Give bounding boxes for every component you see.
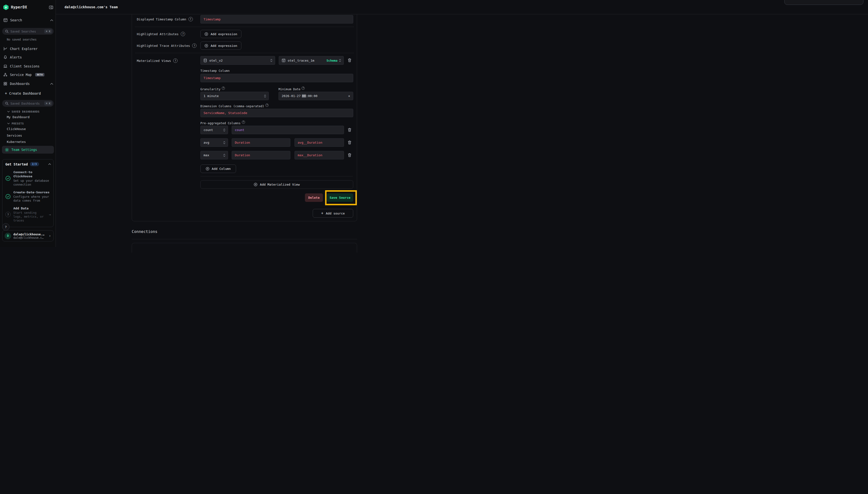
- aggregation-op-select[interactable]: count: [200, 126, 228, 134]
- avatar: D: [5, 233, 11, 239]
- aggregation-op-select[interactable]: avg: [200, 138, 228, 147]
- saved-dashboards-input[interactable]: Saved Dashboards ⌘ K: [2, 100, 54, 107]
- sidebar-item-dashboards[interactable]: Dashboards: [3, 80, 53, 87]
- input-value: Timestamp: [204, 76, 220, 80]
- input-value: ServiceName, StatusCode: [204, 111, 247, 115]
- add-materialized-view-button[interactable]: Add Materialized View: [200, 180, 353, 189]
- chevron-up-icon[interactable]: [50, 83, 53, 85]
- get-started-header[interactable]: Get Started 2/3: [5, 162, 51, 166]
- table-icon: [282, 59, 285, 62]
- create-dashboard-label: Create Dashboard: [9, 92, 41, 95]
- dimension-columns-input[interactable]: ServiceName, StatusCode: [200, 109, 353, 117]
- input-value: Duration: [235, 153, 250, 157]
- get-started-step-sources[interactable]: Create Data Sources Configure where your…: [5, 190, 51, 203]
- database-select[interactable]: otel_v2: [200, 56, 275, 65]
- divider: [135, 53, 354, 53]
- chevron-up-icon[interactable]: [50, 19, 53, 21]
- help-icon[interactable]: ?: [181, 32, 185, 36]
- displayed-timestamp-input[interactable]: Timestamp: [200, 15, 353, 23]
- progress-badge: 2/3: [30, 162, 39, 166]
- chart-explorer-icon: [3, 47, 7, 51]
- select-chevrons-icon: [339, 59, 341, 62]
- sidebar-item-chart-explorer[interactable]: Chart Explorer: [3, 45, 53, 52]
- delete-column-trash-icon[interactable]: [348, 128, 351, 132]
- preaggregated-columns-label: Pre-aggregated Columns?: [200, 120, 245, 125]
- help-icon[interactable]: ?: [173, 58, 178, 63]
- button-label: Add Column: [212, 167, 231, 171]
- connections-card: [132, 243, 357, 247]
- step-title: Connect to ClickHouse: [13, 170, 50, 178]
- search-icon: [5, 102, 8, 105]
- granularity-select[interactable]: 1 minute: [200, 92, 269, 100]
- presets-group-header[interactable]: PRESETS: [7, 121, 24, 126]
- dashboards-icon: [3, 82, 7, 86]
- info-icon[interactable]: ?: [242, 120, 245, 124]
- button-label: Add source: [326, 212, 345, 215]
- sidebar-item-alerts[interactable]: Alerts: [3, 54, 53, 61]
- dashboard-link-label: My Dashboard: [7, 115, 30, 119]
- add-source-button[interactable]: + Add source: [313, 209, 353, 217]
- save-source-button[interactable]: Save Source: [327, 193, 353, 202]
- info-icon[interactable]: ?: [222, 87, 225, 90]
- step-title: Create Data Sources: [13, 190, 50, 194]
- get-started-step-add-data[interactable]: 3 Add Data Start sending logs, metrics, …: [5, 206, 51, 223]
- saved-dashboards-placeholder: Saved Dashboards: [11, 102, 42, 105]
- timestamp-column-input[interactable]: Timestamp: [200, 74, 353, 82]
- create-dashboard-button[interactable]: + Create Dashboard: [5, 91, 41, 96]
- input-value: Timestamp: [204, 17, 220, 21]
- sidebar-collapse-icon[interactable]: [49, 5, 53, 9]
- aggregation-alias-input[interactable]: avg__Duration: [294, 138, 344, 147]
- help-button[interactable]: ?: [2, 223, 9, 230]
- sidebar-item-service-map[interactable]: Service Map BETA: [3, 71, 53, 78]
- gear-icon: [5, 148, 9, 152]
- add-expression-button[interactable]: Add expression: [200, 41, 242, 50]
- info-icon[interactable]: ?: [302, 87, 305, 90]
- help-icon[interactable]: ?: [192, 43, 196, 48]
- saved-dashboards-group-header[interactable]: SAVED DASHBOARDS: [7, 110, 40, 114]
- date-time-rest: :00:00: [306, 94, 317, 98]
- connections-section-title: Connections: [132, 229, 157, 234]
- service-map-icon: [3, 73, 7, 77]
- sidebar-item-services[interactable]: Services: [7, 133, 22, 138]
- select-chevrons-icon: [223, 141, 225, 145]
- field-label: Highlighted Trace Attributes: [137, 44, 190, 48]
- circled-plus-icon: [205, 44, 208, 48]
- aggregation-alias-input[interactable]: max__Duration: [294, 151, 344, 159]
- sidebar-item-kubernetes[interactable]: Kubernetes: [7, 139, 26, 144]
- get-started-step-connect[interactable]: Connect to ClickHouse Set up your databa…: [5, 170, 51, 187]
- aggregation-expression-input[interactable]: Duration: [232, 138, 290, 147]
- sidebar-item-client-sessions[interactable]: Client Sessions: [3, 63, 53, 70]
- aggregation-expression-input[interactable]: Duration: [232, 151, 290, 159]
- sidebar-item-team-settings[interactable]: Team Settings: [2, 146, 54, 154]
- info-icon[interactable]: ?: [265, 103, 269, 107]
- sidebar-item-my-dashboard[interactable]: My Dashboard: [7, 115, 30, 119]
- help-icon[interactable]: ?: [189, 17, 193, 21]
- add-expression-button[interactable]: Add expression: [200, 30, 242, 38]
- add-column-button[interactable]: Add Column: [200, 165, 236, 173]
- materialized-views-label-row: Materialized Views ?: [137, 57, 178, 64]
- delete-source-button[interactable]: Delete: [305, 193, 323, 202]
- aggregation-op-select[interactable]: max: [200, 151, 228, 159]
- minimum-date-input[interactable]: 2026-01-2700:00:00 ✕: [278, 92, 353, 100]
- sidebar-item-clickhouse[interactable]: ClickHouse: [7, 127, 26, 131]
- schema-link[interactable]: Schema: [327, 59, 337, 62]
- user-menu[interactable]: D dale@clickhouse.… dale@clickhouse.c… ›: [2, 230, 54, 242]
- aggregation-expression-input[interactable]: count: [232, 126, 344, 134]
- sidebar-item-search[interactable]: Search: [3, 17, 53, 23]
- saved-searches-input[interactable]: Saved Searches ⌘ K: [2, 28, 54, 35]
- select-value: otel_v2: [209, 59, 223, 62]
- shortcut-badge: ⌘ K: [44, 101, 52, 106]
- main-content: Displayed Timestamp Column ? Timestamp H…: [56, 14, 434, 247]
- delete-column-trash-icon[interactable]: [348, 140, 351, 145]
- delete-view-trash-icon[interactable]: [348, 58, 351, 62]
- laptop-icon: [3, 64, 7, 68]
- select-value: count: [204, 128, 213, 132]
- button-label: Add Materialized View: [260, 183, 300, 186]
- table-select[interactable]: otel_traces_1m Schema: [279, 56, 344, 65]
- team-settings-label: Team Settings: [12, 148, 37, 152]
- search-icon: [5, 30, 8, 33]
- chevron-up-icon[interactable]: [48, 163, 51, 165]
- clear-date-icon[interactable]: ✕: [348, 94, 350, 98]
- delete-column-trash-icon[interactable]: [348, 153, 351, 157]
- step-title: Add Data: [13, 206, 46, 210]
